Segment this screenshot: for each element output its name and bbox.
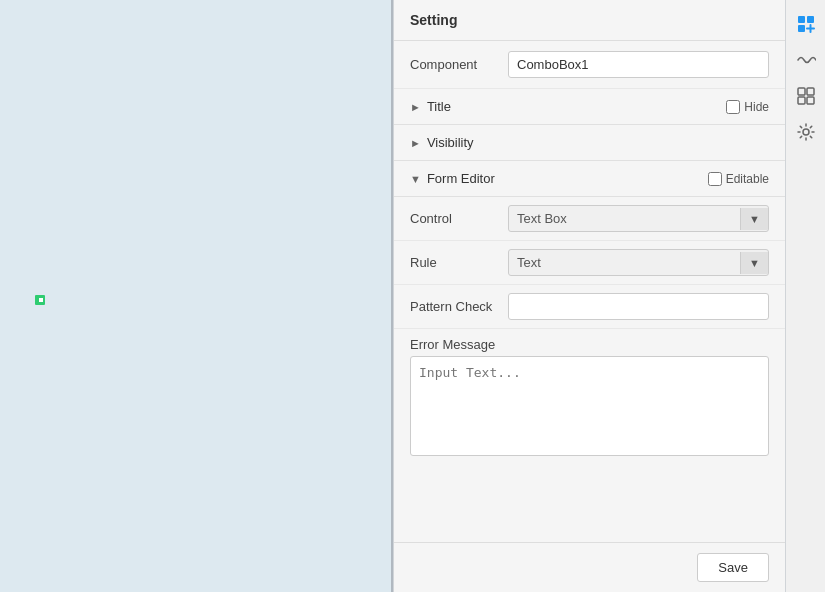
title-chevron-icon: ► (410, 101, 421, 113)
gear-icon[interactable] (790, 116, 822, 148)
canvas: MARKET Central ▾ (0, 0, 391, 592)
svg-rect-7 (798, 97, 805, 104)
settings-content: Component ► Title Hide ► Visibility ▼ Fo… (394, 41, 785, 592)
hide-label: Hide (744, 100, 769, 114)
title-section-right: Hide (726, 100, 769, 114)
rule-select[interactable]: Text ▼ (508, 249, 769, 276)
save-button[interactable]: Save (697, 553, 769, 582)
title-section-label: Title (427, 99, 726, 114)
control-label: Control (410, 211, 500, 226)
hide-checkbox-wrapper[interactable]: Hide (726, 100, 769, 114)
form-editor-header[interactable]: ▼ Form Editor Editable (394, 161, 785, 197)
visibility-chevron-icon: ► (410, 137, 421, 149)
form-editor-chevron-icon: ▼ (410, 173, 421, 185)
editable-label: Editable (726, 172, 769, 186)
toolbar (785, 0, 825, 592)
error-message-input[interactable] (410, 356, 769, 456)
rule-select-value: Text (509, 250, 740, 275)
svg-rect-2 (798, 25, 805, 32)
control-select-value: Text Box (509, 206, 740, 231)
layout-icon[interactable] (790, 80, 822, 112)
settings-title: Setting (410, 12, 457, 28)
editable-checkbox-wrapper[interactable]: Editable (708, 172, 769, 186)
svg-rect-8 (807, 97, 814, 104)
control-row: Control Text Box ▼ (394, 197, 785, 241)
svg-rect-5 (798, 88, 805, 95)
svg-rect-0 (798, 16, 805, 23)
pattern-check-row: Pattern Check (394, 285, 785, 329)
component-label: Component (410, 57, 500, 72)
error-message-wrapper: Error Message (394, 329, 785, 464)
svg-rect-1 (807, 16, 814, 23)
hide-checkbox[interactable] (726, 100, 740, 114)
svg-point-9 (803, 129, 809, 135)
component-input[interactable] (508, 51, 769, 78)
pattern-check-label: Pattern Check (410, 299, 500, 314)
rule-row: Rule Text ▼ (394, 241, 785, 285)
component-row: Component (394, 41, 785, 89)
settings-header: Setting (394, 0, 785, 41)
title-section-header[interactable]: ► Title Hide (394, 89, 785, 125)
grid-plus-icon[interactable] (790, 8, 822, 40)
visibility-section-label: Visibility (427, 135, 769, 150)
wave-icon[interactable] (790, 44, 822, 76)
footer-row: Save (394, 542, 785, 592)
error-message-label: Error Message (410, 337, 769, 352)
control-select-dropdown-icon[interactable]: ▼ (740, 208, 768, 230)
rule-label: Rule (410, 255, 500, 270)
control-select[interactable]: Text Box ▼ (508, 205, 769, 232)
form-editor-label: Form Editor (427, 171, 708, 186)
pattern-check-input[interactable] (508, 293, 769, 320)
settings-panel: Setting Component ► Title Hide ► Visibil… (393, 0, 785, 592)
editable-checkbox[interactable] (708, 172, 722, 186)
visibility-section-header[interactable]: ► Visibility (394, 125, 785, 161)
form-editor-section: ▼ Form Editor Editable Control Text Box … (394, 161, 785, 464)
handle-middle-right[interactable] (37, 296, 45, 304)
rule-select-dropdown-icon[interactable]: ▼ (740, 252, 768, 274)
svg-rect-6 (807, 88, 814, 95)
